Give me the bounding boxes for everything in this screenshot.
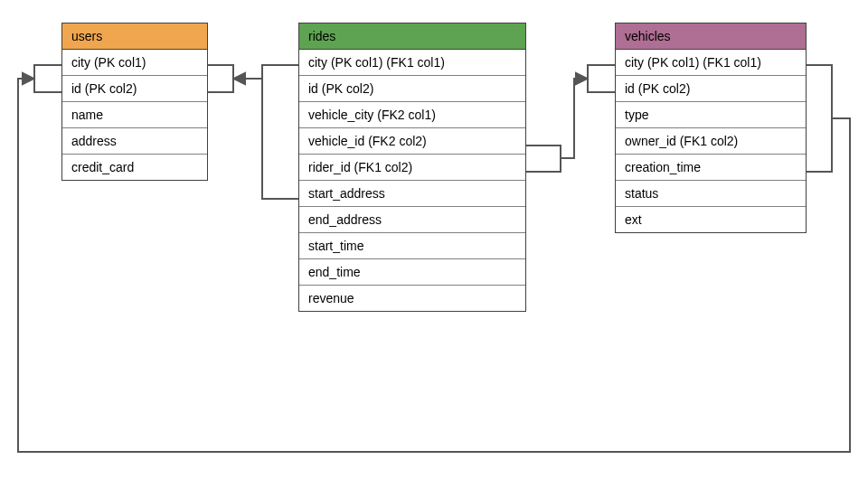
col: revenue (299, 286, 525, 311)
col: start_address (299, 181, 525, 207)
col: status (616, 181, 806, 207)
col: end_address (299, 207, 525, 233)
col: start_time (299, 233, 525, 259)
col: id (PK col2) (62, 76, 207, 102)
entity-rides: rides city (PK col1) (FK1 col1) id (PK c… (298, 23, 526, 312)
col: address (62, 128, 207, 155)
entity-users: users city (PK col1) id (PK col2) name a… (61, 23, 208, 181)
col: credit_card (62, 155, 207, 180)
col: ext (616, 207, 806, 232)
col: end_time (299, 259, 525, 286)
col: vehicle_id (FK2 col2) (299, 128, 525, 155)
col: id (PK col2) (299, 76, 525, 102)
entity-rides-header: rides (299, 23, 525, 50)
conn-vehicles-pk-bracket-left (588, 65, 615, 92)
col: type (616, 102, 806, 128)
col: city (PK col1) (62, 50, 207, 76)
col: owner_id (FK1 col2) (616, 128, 806, 155)
er-diagram: users city (PK col1) id (PK col2) name a… (0, 0, 868, 488)
col: id (PK col2) (616, 76, 806, 102)
col: city (PK col1) (FK1 col1) (299, 50, 525, 76)
conn-rides-fk1-bracket (262, 65, 298, 199)
col: name (62, 102, 207, 128)
entity-vehicles: vehicles city (PK col1) (FK1 col1) id (P… (615, 23, 807, 233)
col: vehicle_city (FK2 col1) (299, 102, 525, 128)
entity-vehicles-header: vehicles (616, 23, 806, 50)
col: city (PK col1) (FK1 col1) (616, 50, 806, 76)
col: rider_id (FK1 col2) (299, 155, 525, 181)
conn-rides-to-vehicles-arrow (561, 79, 588, 158)
conn-vehicles-fk1-bracket (805, 65, 832, 172)
conn-rides-fk2-bracket (524, 145, 561, 172)
conn-users-pk-bracket-right (206, 65, 233, 92)
entity-users-header: users (62, 23, 207, 50)
conn-users-pk-bracket-left (34, 65, 61, 92)
col: creation_time (616, 155, 806, 181)
